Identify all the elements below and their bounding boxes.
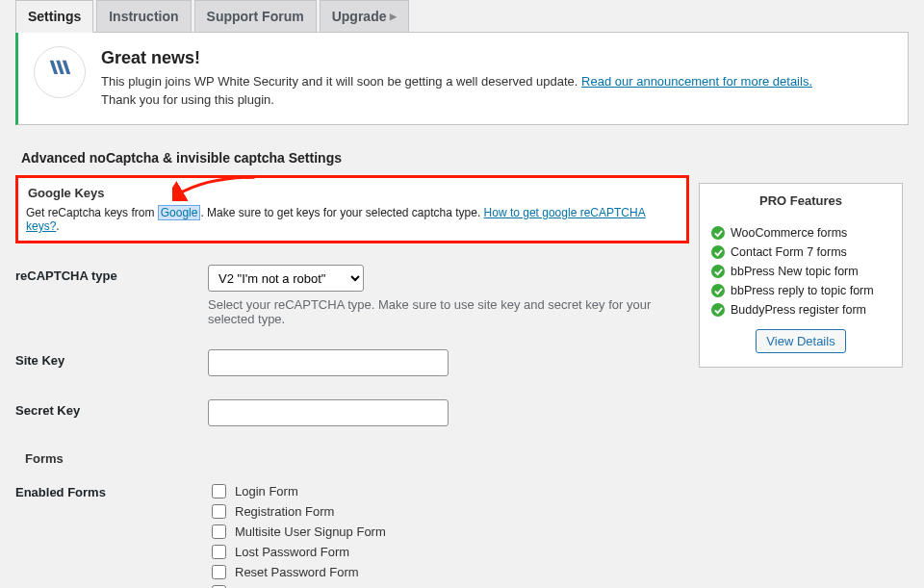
enabled-form-label: Registration Form (235, 503, 334, 521)
enabled-form-label: Login Form (235, 483, 298, 500)
enabled-form-label: Multisite User Signup Form (235, 524, 386, 541)
check-icon (711, 226, 725, 240)
enabled-form-option[interactable]: Login Form (208, 481, 689, 501)
google-keys-heading: Google Keys (28, 186, 677, 200)
tab-upgrade[interactable]: Upgrade ▶ (320, 0, 410, 33)
pro-feature-label: WooCommerce forms (731, 226, 847, 240)
google-keys-text: Get reCaptcha keys from Google. Make sur… (26, 206, 677, 233)
pro-features-card: PRO Features WooCommerce formsContact Fo… (699, 183, 903, 368)
settings-tabs: Settings Instruction Support Forum Upgra… (15, 0, 909, 33)
pro-feature-item: bbPress reply to topic form (711, 281, 890, 300)
view-details-button[interactable]: View Details (756, 329, 845, 353)
banner-heading: Great news! (101, 48, 812, 68)
enabled-form-label: Comment Form (235, 584, 321, 588)
pro-feature-item: bbPress New topic form (711, 262, 890, 281)
recaptcha-type-label: reCAPTCHA type (15, 253, 208, 338)
enabled-form-checkbox[interactable] (212, 545, 226, 559)
site-key-input[interactable] (208, 349, 449, 376)
tab-support-forum[interactable]: Support Forum (194, 0, 317, 33)
secret-key-input[interactable] (208, 399, 449, 426)
page-title: Advanced noCaptcha & invisible captcha S… (21, 150, 909, 166)
pro-feature-item: BuddyPress register form (711, 300, 890, 320)
forms-heading: Forms (15, 438, 909, 470)
pro-feature-label: BuddyPress register form (731, 303, 866, 317)
svg-marker-1 (56, 61, 64, 74)
enabled-form-option[interactable]: Comment Form (208, 582, 689, 588)
pro-feature-item: Contact Form 7 forms (711, 243, 890, 262)
enabled-form-label: Lost Password Form (235, 544, 349, 561)
tab-settings[interactable]: Settings (15, 0, 93, 33)
tab-upgrade-label: Upgrade (332, 9, 387, 24)
enabled-form-checkbox[interactable] (212, 565, 226, 579)
recaptcha-type-desc: Select your reCAPTCHA type. Make sure to… (208, 297, 689, 326)
enabled-form-option[interactable]: Reset Password Form (208, 562, 689, 582)
pro-feature-item: WooCommerce forms (711, 223, 890, 243)
check-icon (711, 303, 725, 317)
enabled-form-checkbox[interactable] (212, 484, 226, 499)
tab-instruction[interactable]: Instruction (96, 0, 191, 33)
chevron-right-icon: ▶ (390, 12, 397, 21)
enabled-form-option[interactable]: Multisite User Signup Form (208, 522, 689, 542)
announcement-link[interactable]: Read our announcement for more details. (581, 74, 812, 89)
announcement-banner: Great news! This plugin joins WP White S… (15, 33, 909, 125)
banner-line1: This plugin joins WP White Security and … (101, 74, 812, 89)
secret-key-label: Secret Key (15, 388, 208, 438)
enabled-form-checkbox[interactable] (212, 524, 226, 539)
enabled-form-label: Reset Password Form (235, 564, 359, 581)
google-link[interactable]: Google (158, 205, 201, 220)
plugin-logo-icon (34, 46, 86, 98)
enabled-form-option[interactable]: Registration Form (208, 501, 689, 522)
enabled-forms-label: Enabled Forms (15, 470, 208, 588)
svg-marker-0 (50, 61, 58, 74)
pro-feature-label: bbPress New topic form (731, 265, 859, 278)
recaptcha-type-select[interactable]: V2 "I'm not a robot" (208, 265, 364, 292)
pro-feature-label: bbPress reply to topic form (731, 284, 874, 297)
enabled-form-checkbox[interactable] (212, 504, 226, 519)
enabled-form-option[interactable]: Lost Password Form (208, 542, 689, 562)
site-key-label: Site Key (15, 338, 208, 388)
check-icon (711, 245, 725, 259)
check-icon (711, 265, 725, 278)
google-keys-callout: Google Keys Get reCaptcha keys from Goog… (15, 175, 689, 243)
pro-feature-label: Contact Form 7 forms (731, 245, 847, 259)
svg-marker-2 (63, 61, 70, 74)
check-icon (711, 284, 725, 297)
pro-features-heading: PRO Features (700, 193, 902, 214)
banner-line2: Thank you for using this plugin. (101, 92, 812, 107)
